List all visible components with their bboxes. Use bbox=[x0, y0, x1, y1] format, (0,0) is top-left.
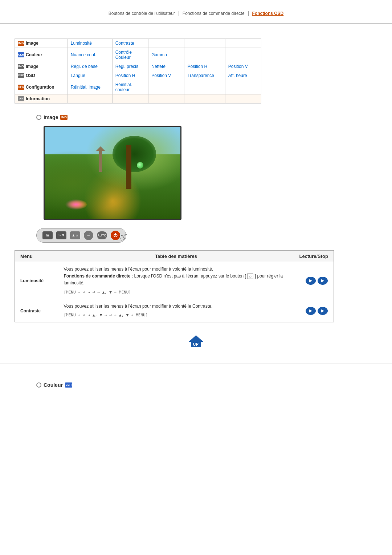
menu-configuration: CFG Configuration bbox=[18, 85, 65, 90]
toc-row-contraste-desc: Vous pouvez utiliser les menus à l'écran… bbox=[58, 299, 294, 323]
luminosite-prev-btn[interactable]: ▶ bbox=[306, 277, 316, 285]
remote-enter-btn[interactable]: ⏎ bbox=[84, 231, 93, 240]
tree-trunk-decoration bbox=[126, 145, 131, 189]
menu-label-config: Configuration bbox=[26, 85, 54, 90]
info-icon: INF bbox=[18, 96, 24, 101]
sub-aff-heure[interactable]: Aff. heure bbox=[228, 73, 247, 78]
sub-nettete[interactable]: Netteté bbox=[151, 64, 166, 69]
sub-gamma[interactable]: Gamma bbox=[151, 52, 167, 57]
sub-regl-precis[interactable]: Régl. précis bbox=[115, 64, 138, 69]
tree-canopy-decoration bbox=[113, 136, 156, 172]
remote-brightness-btn[interactable]: ▲☼ bbox=[70, 231, 80, 239]
toc-col-control: Lecture/Stop bbox=[294, 251, 334, 262]
menu-label-image-1: Image bbox=[26, 41, 38, 46]
couleur-heading-text: Couleur bbox=[44, 382, 63, 388]
sub-reinitial-couleur[interactable]: Réinitial.couleur bbox=[115, 82, 132, 92]
nav-direct-commands[interactable]: Fonctions de commande directe bbox=[179, 11, 249, 16]
menu-osd: OSD OSD bbox=[18, 73, 65, 78]
flowers-decoration bbox=[65, 199, 87, 210]
luminosite-next-btn[interactable]: ▶ bbox=[318, 277, 328, 285]
monitor-display bbox=[36, 126, 189, 220]
couleur-circle-icon bbox=[36, 382, 41, 388]
top-navigation: Boutons de contrôle de l'utilisateur Fon… bbox=[0, 0, 392, 24]
menu-label-information: Information bbox=[26, 96, 50, 101]
menu-information: INF Information bbox=[18, 96, 65, 101]
toc-row-contraste-btns: ▶ ▶ bbox=[294, 299, 334, 323]
sub-position-v-img[interactable]: Position V bbox=[228, 64, 248, 69]
sub-controle-couleur[interactable]: ContrôleCouleur bbox=[115, 50, 132, 60]
section-divider bbox=[0, 364, 392, 364]
config-icon: CFG bbox=[18, 85, 24, 90]
sub-position-h-img[interactable]: Position H bbox=[187, 64, 207, 69]
remote-control: 🖥 〜▼ ▲☼ ⏎ AUTO ⏻ bbox=[36, 228, 126, 243]
image-small-icon: IMG bbox=[60, 115, 68, 120]
remote-monitor-btn[interactable]: 🖥 bbox=[42, 231, 53, 239]
osd-menu-table: IMG Image Luminosité Contraste CLR Coule… bbox=[15, 39, 261, 104]
toc-row-luminosite-btns: ▶ ▶ bbox=[294, 262, 334, 299]
up-arrow-icon bbox=[189, 335, 203, 342]
sub-position-h-osd[interactable]: Position H bbox=[115, 73, 135, 78]
sub-langue[interactable]: Langue bbox=[71, 73, 85, 78]
image-icon-1: IMG bbox=[18, 41, 24, 46]
sub-nuance[interactable]: Nuance coul. bbox=[71, 52, 96, 57]
sub-transparence[interactable]: Transparence bbox=[187, 73, 214, 78]
contraste-prev-btn[interactable]: ▶ bbox=[306, 307, 316, 315]
menu-label-image-2: Image bbox=[26, 64, 38, 69]
sub-contraste[interactable]: Contraste bbox=[115, 41, 134, 46]
sub-position-v-osd[interactable]: Position V bbox=[151, 73, 171, 78]
remote-signal-btn[interactable]: 〜▼ bbox=[56, 231, 66, 239]
up-label: UP bbox=[191, 342, 201, 347]
menu-label-osd: OSD bbox=[26, 73, 35, 78]
menu-image-2: IMG Image bbox=[18, 64, 65, 69]
remote-auto-btn[interactable]: AUTO bbox=[97, 231, 107, 239]
toc-row-contraste-label: Contraste bbox=[15, 299, 58, 323]
toc-col-contents: Table des matières bbox=[58, 251, 294, 262]
image-heading-text: Image bbox=[44, 114, 58, 120]
image-circle-icon bbox=[36, 115, 41, 120]
contraste-next-btn[interactable]: ▶ bbox=[318, 307, 328, 315]
couleur-small-icon: CLR bbox=[65, 382, 72, 388]
toc-col-menu: Menu bbox=[15, 251, 58, 262]
osd-icon: OSD bbox=[18, 73, 24, 78]
menu-image-1: IMG Image bbox=[18, 41, 65, 46]
sub-luminosite[interactable]: Luminosité bbox=[71, 41, 92, 46]
monitor-screen bbox=[44, 126, 181, 220]
sub-reinitial-image[interactable]: Réinitial. image bbox=[71, 85, 101, 90]
menu-label-couleur: Couleur bbox=[26, 52, 42, 57]
couleur-section-heading: Couleur CLR bbox=[36, 382, 377, 388]
main-content: IMG Image Luminosité Contraste CLR Coule… bbox=[0, 24, 392, 360]
remote-control-area: 🖥 〜▼ ▲☼ ⏎ AUTO ⏻ ☞ bbox=[36, 227, 377, 243]
nav-user-controls[interactable]: Boutons de contrôle de l'utilisateur bbox=[105, 11, 179, 16]
couleur-icon: CLR bbox=[18, 52, 24, 57]
nav-osd-functions[interactable]: Fonctions OSD bbox=[249, 11, 287, 16]
toc-row-luminosite-label: Luminosité bbox=[15, 262, 58, 299]
sub-regl-base[interactable]: Régl. de base bbox=[71, 64, 98, 69]
image-section-heading: Image IMG bbox=[36, 114, 377, 120]
pagoda-decoration bbox=[99, 150, 102, 172]
couleur-section: Couleur CLR bbox=[0, 368, 392, 401]
menu-couleur: CLR Couleur bbox=[18, 52, 65, 57]
up-button[interactable]: UP bbox=[189, 335, 203, 347]
up-button-container: UP bbox=[15, 330, 377, 353]
toc-row-luminosite-desc: Vous pouvez utiliser les menus à l'écran… bbox=[58, 262, 294, 299]
toc-table: Menu Table des matières Lecture/Stop Lum… bbox=[15, 250, 334, 323]
image-icon-2: IMG bbox=[18, 64, 24, 69]
green-ball-decoration bbox=[137, 162, 143, 169]
